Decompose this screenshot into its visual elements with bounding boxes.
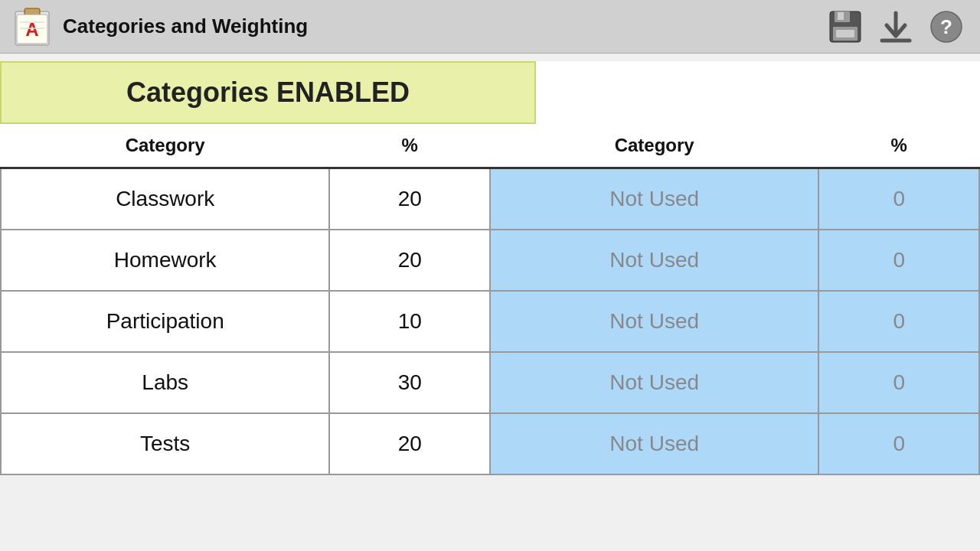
table-row: Tests20Not Used0	[1, 413, 979, 474]
percent-right-cell[interactable]: 0	[818, 291, 979, 352]
categories-table-container: Category % Category % Classwork20Not Use…	[0, 124, 980, 475]
category-right-cell[interactable]: Not Used	[490, 352, 818, 413]
save-icon	[828, 10, 862, 44]
svg-text:?: ?	[940, 15, 952, 38]
percent-right-cell[interactable]: 0	[818, 352, 979, 413]
category-right-cell[interactable]: Not Used	[490, 413, 818, 474]
percent-left-cell[interactable]: 20	[329, 230, 490, 291]
percent-left-cell[interactable]: 10	[329, 291, 490, 352]
main-content: Categories ENABLED Category % Category %…	[0, 61, 980, 475]
download-icon	[879, 10, 913, 44]
percent-right-cell[interactable]: 0	[818, 230, 979, 291]
app-icon: A	[12, 7, 52, 47]
table-row: Homework20Not Used0	[1, 230, 979, 291]
help-icon: ?	[929, 10, 963, 44]
col-category-right-header: Category	[490, 124, 818, 168]
category-left-cell[interactable]: Classwork	[1, 168, 329, 230]
help-button[interactable]: ?	[925, 5, 968, 48]
category-left-cell[interactable]: Participation	[1, 291, 329, 352]
category-right-cell[interactable]: Not Used	[490, 291, 818, 352]
category-right-cell[interactable]: Not Used	[490, 168, 818, 230]
percent-right-cell[interactable]: 0	[818, 168, 979, 230]
app-title: Categories and Weighting	[63, 15, 816, 38]
category-left-cell[interactable]: Labs	[1, 352, 329, 413]
download-button[interactable]	[874, 5, 917, 48]
col-category-left-header: Category	[1, 124, 329, 168]
table-body: Classwork20Not Used0Homework20Not Used0P…	[1, 168, 979, 474]
table-row: Participation10Not Used0	[1, 291, 979, 352]
categories-table: Category % Category % Classwork20Not Use…	[0, 124, 980, 475]
save-button[interactable]	[824, 5, 867, 48]
categories-enabled-text: Categories ENABLED	[17, 77, 519, 109]
category-left-cell[interactable]: Homework	[1, 230, 329, 291]
percent-left-cell[interactable]: 30	[329, 352, 490, 413]
svg-rect-10	[836, 30, 854, 37]
percent-left-cell[interactable]: 20	[329, 413, 490, 474]
svg-rect-8	[838, 12, 844, 20]
category-right-cell[interactable]: Not Used	[490, 230, 818, 291]
col-percent-right-header: %	[818, 124, 979, 168]
percent-right-cell[interactable]: 0	[818, 413, 979, 474]
table-row: Labs30Not Used0	[1, 352, 979, 413]
categories-banner: Categories ENABLED	[0, 61, 536, 124]
table-header-row: Category % Category %	[1, 124, 979, 168]
table-row: Classwork20Not Used0	[1, 168, 979, 230]
category-left-cell[interactable]: Tests	[1, 413, 329, 474]
percent-left-cell[interactable]: 20	[329, 168, 490, 230]
col-percent-left-header: %	[329, 124, 490, 168]
header: A Categories and Weighting ?	[0, 0, 980, 54]
